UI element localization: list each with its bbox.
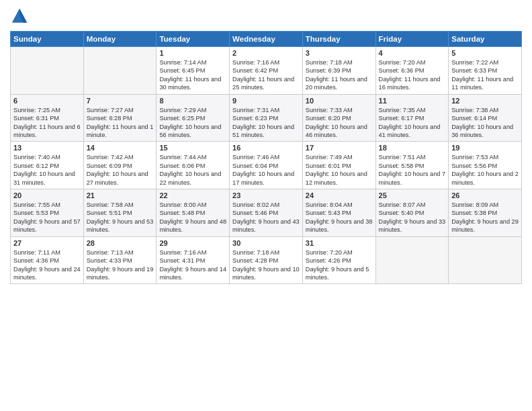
calendar-cell: 8Sunrise: 7:29 AM Sunset: 6:25 PM Daylig… — [157, 94, 230, 142]
cell-content: Sunrise: 7:16 AM Sunset: 4:31 PM Dayligh… — [159, 248, 226, 282]
calendar-table: SundayMondayTuesdayWednesdayThursdayFrid… — [10, 31, 522, 284]
calendar-cell: 24Sunrise: 8:04 AM Sunset: 5:43 PM Dayli… — [302, 189, 375, 237]
day-number: 13 — [13, 144, 81, 152]
calendar-header-sunday: Sunday — [11, 32, 84, 47]
cell-content: Sunrise: 7:44 AM Sunset: 6:06 PM Dayligh… — [159, 153, 226, 187]
logo — [10, 7, 31, 26]
calendar-cell: 30Sunrise: 7:18 AM Sunset: 4:28 PM Dayli… — [230, 236, 303, 284]
day-number: 20 — [13, 191, 81, 199]
calendar-cell: 29Sunrise: 7:16 AM Sunset: 4:31 PM Dayli… — [157, 236, 230, 284]
logo-icon — [10, 7, 29, 26]
cell-content: Sunrise: 7:11 AM Sunset: 4:36 PM Dayligh… — [13, 248, 81, 282]
day-number: 25 — [379, 191, 446, 199]
calendar-header-tuesday: Tuesday — [157, 32, 230, 47]
calendar-week-row: 1Sunrise: 7:14 AM Sunset: 6:45 PM Daylig… — [11, 47, 522, 95]
cell-content: Sunrise: 7:25 AM Sunset: 6:31 PM Dayligh… — [13, 106, 81, 140]
cell-content: Sunrise: 7:18 AM Sunset: 4:28 PM Dayligh… — [232, 248, 300, 282]
day-number: 23 — [232, 191, 300, 199]
header — [10, 7, 522, 26]
day-number: 2 — [232, 49, 300, 57]
calendar-cell: 17Sunrise: 7:49 AM Sunset: 6:01 PM Dayli… — [302, 142, 375, 189]
calendar-cell: 25Sunrise: 8:07 AM Sunset: 5:40 PM Dayli… — [375, 189, 449, 237]
calendar-cell: 27Sunrise: 7:11 AM Sunset: 4:36 PM Dayli… — [11, 236, 84, 284]
calendar-header-thursday: Thursday — [302, 32, 375, 47]
cell-content: Sunrise: 7:49 AM Sunset: 6:01 PM Dayligh… — [306, 153, 373, 187]
day-number: 7 — [87, 97, 154, 105]
calendar-week-row: 27Sunrise: 7:11 AM Sunset: 4:36 PM Dayli… — [11, 236, 522, 284]
calendar-week-row: 13Sunrise: 7:40 AM Sunset: 6:12 PM Dayli… — [11, 142, 522, 189]
calendar-cell: 5Sunrise: 7:22 AM Sunset: 6:33 PM Daylig… — [449, 47, 522, 95]
day-number: 11 — [379, 97, 446, 105]
calendar-cell: 11Sunrise: 7:35 AM Sunset: 6:17 PM Dayli… — [375, 94, 449, 142]
cell-content: Sunrise: 7:38 AM Sunset: 6:14 PM Dayligh… — [451, 106, 519, 140]
calendar-header-row: SundayMondayTuesdayWednesdayThursdayFrid… — [11, 32, 522, 47]
calendar-header-monday: Monday — [83, 32, 157, 47]
cell-content: Sunrise: 7:58 AM Sunset: 5:51 PM Dayligh… — [87, 201, 154, 234]
day-number: 21 — [87, 191, 154, 199]
cell-content: Sunrise: 7:42 AM Sunset: 6:09 PM Dayligh… — [87, 153, 154, 187]
cell-content: Sunrise: 8:04 AM Sunset: 5:43 PM Dayligh… — [306, 201, 373, 234]
day-number: 4 — [379, 49, 446, 57]
cell-content: Sunrise: 7:29 AM Sunset: 6:25 PM Dayligh… — [159, 106, 226, 140]
calendar-cell: 4Sunrise: 7:20 AM Sunset: 6:36 PM Daylig… — [375, 47, 449, 95]
day-number: 27 — [13, 239, 81, 247]
cell-content: Sunrise: 7:31 AM Sunset: 6:23 PM Dayligh… — [232, 106, 300, 140]
calendar-cell: 2Sunrise: 7:16 AM Sunset: 6:42 PM Daylig… — [230, 47, 303, 95]
day-number: 15 — [159, 144, 226, 152]
calendar-cell — [11, 47, 84, 95]
day-number: 26 — [451, 191, 519, 199]
calendar-cell: 21Sunrise: 7:58 AM Sunset: 5:51 PM Dayli… — [83, 189, 157, 237]
calendar-cell: 15Sunrise: 7:44 AM Sunset: 6:06 PM Dayli… — [157, 142, 230, 189]
calendar-cell: 26Sunrise: 8:09 AM Sunset: 5:38 PM Dayli… — [449, 189, 522, 237]
cell-content: Sunrise: 7:40 AM Sunset: 6:12 PM Dayligh… — [13, 153, 81, 187]
day-number: 5 — [451, 49, 519, 57]
cell-content: Sunrise: 8:09 AM Sunset: 5:38 PM Dayligh… — [451, 201, 519, 234]
calendar-cell: 9Sunrise: 7:31 AM Sunset: 6:23 PM Daylig… — [230, 94, 303, 142]
cell-content: Sunrise: 7:22 AM Sunset: 6:33 PM Dayligh… — [451, 58, 519, 92]
calendar-cell — [375, 236, 449, 284]
calendar-cell: 28Sunrise: 7:13 AM Sunset: 4:33 PM Dayli… — [83, 236, 157, 284]
calendar-header-friday: Friday — [375, 32, 449, 47]
calendar-header-wednesday: Wednesday — [230, 32, 303, 47]
day-number: 17 — [306, 144, 373, 152]
day-number: 22 — [159, 191, 226, 199]
calendar-cell: 13Sunrise: 7:40 AM Sunset: 6:12 PM Dayli… — [11, 142, 84, 189]
day-number: 31 — [306, 239, 373, 247]
cell-content: Sunrise: 8:00 AM Sunset: 5:48 PM Dayligh… — [159, 201, 226, 234]
calendar-week-row: 20Sunrise: 7:55 AM Sunset: 5:53 PM Dayli… — [11, 189, 522, 237]
cell-content: Sunrise: 7:35 AM Sunset: 6:17 PM Dayligh… — [379, 106, 446, 140]
cell-content: Sunrise: 7:27 AM Sunset: 6:28 PM Dayligh… — [87, 106, 154, 140]
cell-content: Sunrise: 7:14 AM Sunset: 6:45 PM Dayligh… — [159, 58, 226, 92]
cell-content: Sunrise: 8:07 AM Sunset: 5:40 PM Dayligh… — [379, 201, 446, 234]
calendar-week-row: 6Sunrise: 7:25 AM Sunset: 6:31 PM Daylig… — [11, 94, 522, 142]
cell-content: Sunrise: 7:18 AM Sunset: 6:39 PM Dayligh… — [306, 58, 373, 92]
calendar-cell: 10Sunrise: 7:33 AM Sunset: 6:20 PM Dayli… — [302, 94, 375, 142]
day-number: 6 — [13, 97, 81, 105]
day-number: 19 — [451, 144, 519, 152]
day-number: 29 — [159, 239, 226, 247]
calendar-header-saturday: Saturday — [449, 32, 522, 47]
calendar-cell: 19Sunrise: 7:53 AM Sunset: 5:56 PM Dayli… — [449, 142, 522, 189]
calendar-cell: 23Sunrise: 8:02 AM Sunset: 5:46 PM Dayli… — [230, 189, 303, 237]
calendar-cell: 1Sunrise: 7:14 AM Sunset: 6:45 PM Daylig… — [157, 47, 230, 95]
calendar-cell: 12Sunrise: 7:38 AM Sunset: 6:14 PM Dayli… — [449, 94, 522, 142]
day-number: 12 — [451, 97, 519, 105]
day-number: 28 — [87, 239, 154, 247]
day-number: 1 — [159, 49, 226, 57]
calendar-cell — [83, 47, 157, 95]
day-number: 3 — [306, 49, 373, 57]
calendar-cell: 3Sunrise: 7:18 AM Sunset: 6:39 PM Daylig… — [302, 47, 375, 95]
calendar-cell: 6Sunrise: 7:25 AM Sunset: 6:31 PM Daylig… — [11, 94, 84, 142]
calendar-cell: 20Sunrise: 7:55 AM Sunset: 5:53 PM Dayli… — [11, 189, 84, 237]
day-number: 14 — [87, 144, 154, 152]
cell-content: Sunrise: 7:13 AM Sunset: 4:33 PM Dayligh… — [87, 248, 154, 282]
day-number: 16 — [232, 144, 300, 152]
cell-content: Sunrise: 7:46 AM Sunset: 6:04 PM Dayligh… — [232, 153, 300, 187]
calendar-cell — [449, 236, 522, 284]
calendar-cell: 16Sunrise: 7:46 AM Sunset: 6:04 PM Dayli… — [230, 142, 303, 189]
day-number: 9 — [232, 97, 300, 105]
cell-content: Sunrise: 7:20 AM Sunset: 4:26 PM Dayligh… — [306, 248, 373, 282]
cell-content: Sunrise: 8:02 AM Sunset: 5:46 PM Dayligh… — [232, 201, 300, 234]
cell-content: Sunrise: 7:16 AM Sunset: 6:42 PM Dayligh… — [232, 58, 300, 92]
day-number: 24 — [306, 191, 373, 199]
